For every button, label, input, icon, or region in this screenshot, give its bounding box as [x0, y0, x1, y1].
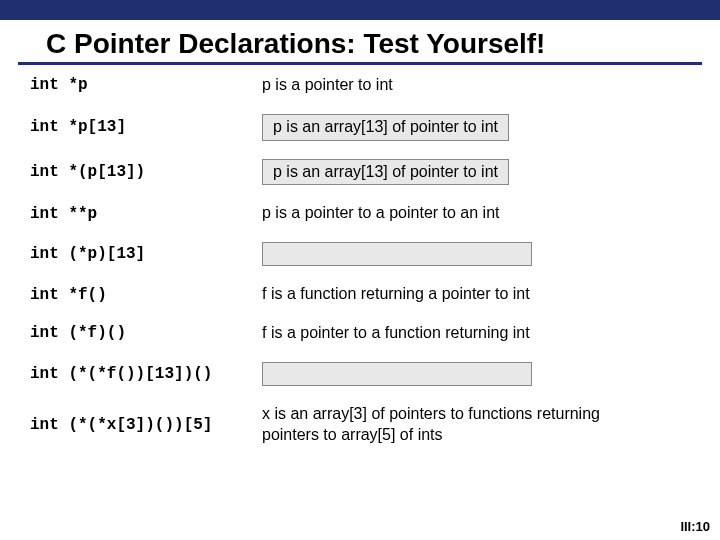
explanation-cell: f is a function returning a pointer to i…: [262, 284, 530, 305]
explanation-cell: p is an array[13] of pointer to int: [262, 114, 509, 141]
explanation-hidden: [262, 362, 532, 386]
table-row: int **p p is a pointer to a pointer to a…: [30, 203, 690, 224]
page-title: C Pointer Declarations: Test Yourself!: [18, 20, 702, 65]
code-cell: int *p[13]: [30, 118, 262, 136]
code-cell: int (*(*x[3])())[5]: [30, 416, 262, 434]
table-row: int (*p)[13]: [30, 242, 690, 266]
table-row: int *f() f is a function returning a poi…: [30, 284, 690, 305]
top-bar: [0, 0, 720, 20]
code-cell: int (*(*f())[13])(): [30, 365, 262, 383]
explanation-cell: p is a pointer to int: [262, 75, 393, 96]
explanation-cell: f is a pointer to a function returning i…: [262, 323, 530, 344]
page-number: III:10: [680, 519, 710, 534]
table-row: int *(p[13]) p is an array[13] of pointe…: [30, 159, 690, 186]
explanation-cell: p is an array[13] of pointer to int: [262, 159, 509, 186]
table-row: int (*f)() f is a pointer to a function …: [30, 323, 690, 344]
table-row: int (*(*x[3])())[5] x is an array[3] of …: [30, 404, 690, 446]
code-cell: int *(p[13]): [30, 163, 262, 181]
table-row: int *p p is a pointer to int: [30, 75, 690, 96]
declarations-table: int *p p is a pointer to int int *p[13] …: [0, 65, 720, 445]
code-cell: int (*p)[13]: [30, 245, 262, 263]
explanation-cell: x is an array[3] of pointers to function…: [262, 404, 642, 446]
table-row: int (*(*f())[13])(): [30, 362, 690, 386]
code-cell: int *p: [30, 76, 262, 94]
code-cell: int **p: [30, 205, 262, 223]
table-row: int *p[13] p is an array[13] of pointer …: [30, 114, 690, 141]
code-cell: int (*f)(): [30, 324, 262, 342]
explanation-cell: p is a pointer to a pointer to an int: [262, 203, 499, 224]
explanation-hidden: [262, 242, 532, 266]
code-cell: int *f(): [30, 286, 262, 304]
